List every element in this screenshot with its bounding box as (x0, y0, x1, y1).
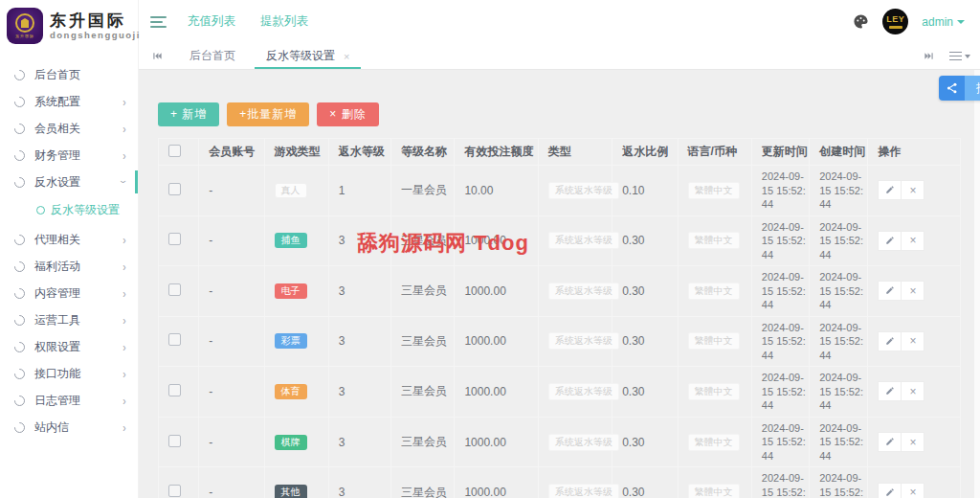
hamburger-menu-icon[interactable] (150, 16, 167, 28)
valid-bet-cell: 1000.00 (455, 467, 538, 498)
edit-row-button[interactable] (878, 180, 902, 200)
sidebar-item-10[interactable]: 接口功能› (0, 360, 138, 387)
row-checkbox[interactable] (168, 283, 181, 296)
row-checkbox-cell (159, 417, 199, 467)
share-network-icon (939, 76, 965, 101)
user-menu[interactable]: admin (922, 15, 965, 29)
brand-logo-icon: 东升国际 (7, 8, 43, 44)
delete-button[interactable]: × 删除 (317, 102, 378, 126)
row-checkbox[interactable] (168, 384, 181, 396)
edit-row-button[interactable] (878, 432, 902, 452)
game-type-badge: 体育 (275, 384, 307, 399)
type-cell: 系统返水等级 (538, 166, 612, 216)
rebate-ratio-cell: 0.30 (612, 417, 678, 467)
valid-bet-cell: 1000.00 (455, 367, 538, 418)
type-cell: 系统返水等级 (538, 417, 612, 467)
sidebar-item-label: 系统配置 (34, 94, 122, 110)
valid-bet-cell: 1000.00 (455, 316, 538, 367)
sidebar-item-2[interactable]: 会员相关› (0, 115, 138, 142)
row-checkbox[interactable] (168, 183, 181, 195)
sidebar-item-6[interactable]: 福利活动› (0, 253, 138, 280)
level-name-cell: 三星会员 (391, 215, 455, 266)
column-header-7: 语言/币种 (678, 139, 751, 166)
tabs-menu-icon[interactable] (949, 52, 970, 61)
menu-circle-icon (14, 288, 25, 299)
row-checkbox[interactable] (168, 485, 181, 497)
table-header-row: 会员账号游戏类型返水等级等级名称有效投注额度类型返水比例语言/币种更新时间创建时… (159, 139, 961, 166)
delete-row-button[interactable]: × (901, 381, 924, 401)
chevron-right-icon: › (123, 148, 126, 162)
sidebar-item-8[interactable]: 运营工具› (0, 306, 138, 333)
delete-row-button[interactable]: × (901, 180, 924, 200)
delete-row-button[interactable]: × (901, 483, 924, 498)
column-header-0: 会员账号 (199, 139, 264, 166)
sidebar-item-5[interactable]: 代理相关› (0, 226, 138, 253)
delete-row-button[interactable]: × (901, 432, 924, 452)
type-badge: 系统返水等级 (548, 484, 619, 498)
pencil-icon (885, 334, 895, 349)
menu-circle-icon (14, 97, 25, 107)
tab-0[interactable]: 后台首页 (174, 43, 251, 69)
sidebar-item-0[interactable]: 后台首页 (0, 61, 138, 88)
operation-cell: × (868, 266, 961, 317)
row-checkbox-cell (159, 467, 199, 498)
user-avatar[interactable]: LEY (882, 9, 908, 34)
sidebar-subitem-label: 反水等级设置 (51, 202, 120, 218)
tab-close-icon[interactable]: × (344, 51, 349, 62)
theme-palette-icon[interactable] (853, 13, 869, 30)
tab-1[interactable]: 反水等级设置× (251, 43, 365, 69)
menu-circle-icon (14, 124, 25, 134)
member-account-cell: - (199, 316, 264, 367)
drag-sort-button[interactable]: 拖拽 (939, 76, 980, 101)
member-account-cell: - (199, 215, 264, 266)
sidebar-item-7[interactable]: 内容管理› (0, 280, 138, 306)
batch-add-button[interactable]: +批量新增 (227, 102, 309, 126)
sidebar-item-3[interactable]: 财务管理› (0, 142, 138, 169)
sidebar-item-12[interactable]: 站内信› (0, 414, 138, 441)
edit-row-button[interactable] (878, 483, 902, 498)
scroll-tabs-right-icon[interactable] (920, 51, 938, 61)
brand-logo-mini-text: 东升国际 (15, 34, 34, 38)
open-tabs: 后台首页反水等级设置× (174, 43, 920, 69)
select-all-header-cell (159, 139, 199, 166)
menu-circle-icon (14, 369, 25, 379)
edit-row-button[interactable] (878, 281, 902, 301)
sidebar: 东升国际 东升国际 dongshengguoji 后台首页系统配置›会员相关›财… (0, 0, 139, 498)
sidebar-item-4[interactable]: 反水设置› (0, 169, 138, 195)
delete-row-button[interactable]: × (901, 281, 924, 301)
sidebar-item-label: 日志管理 (34, 393, 122, 409)
sidebar-item-11[interactable]: 日志管理› (0, 387, 138, 414)
delete-row-button[interactable]: × (901, 231, 924, 251)
operation-cell: × (868, 367, 961, 418)
edit-row-button[interactable] (878, 381, 902, 401)
language-cell: 繁體中文 (678, 266, 751, 317)
edit-row-button[interactable] (878, 231, 902, 251)
chevron-right-icon: › (123, 95, 126, 108)
scroll-tabs-left-icon[interactable] (148, 51, 167, 61)
select-all-checkbox[interactable] (168, 145, 181, 157)
edit-row-button[interactable] (878, 331, 902, 351)
scrollbar-track[interactable] (974, 70, 980, 498)
delete-row-button[interactable]: × (901, 331, 924, 351)
header-link-1[interactable]: 提款列表 (260, 13, 308, 30)
language-cell: 繁體中文 (678, 417, 751, 467)
submenu-circle-icon (36, 206, 45, 215)
sidebar-item-1[interactable]: 系统配置› (0, 88, 138, 115)
game-type-badge: 棋牌 (275, 435, 307, 450)
level-name-cell: 三星会员 (391, 417, 455, 467)
add-button[interactable]: + 新增 (158, 102, 219, 126)
rebate-ratio-cell: 0.30 (612, 215, 678, 266)
sidebar-item-9[interactable]: 权限设置› (0, 333, 138, 360)
sidebar-subitem-4-0[interactable]: 反水等级设置 (0, 197, 138, 222)
header-link-0[interactable]: 充值列表 (188, 13, 235, 30)
sidebar-item-label: 运营工具 (34, 312, 122, 328)
row-checkbox-cell (159, 367, 199, 418)
language-cell: 繁體中文 (678, 166, 751, 216)
menu-circle-icon (14, 261, 25, 272)
pencil-icon (885, 384, 895, 398)
avatar-gold-bar (889, 26, 902, 29)
row-checkbox[interactable] (168, 233, 181, 245)
row-checkbox[interactable] (168, 333, 181, 346)
row-checkbox[interactable] (168, 435, 181, 447)
close-icon: × (909, 235, 916, 246)
